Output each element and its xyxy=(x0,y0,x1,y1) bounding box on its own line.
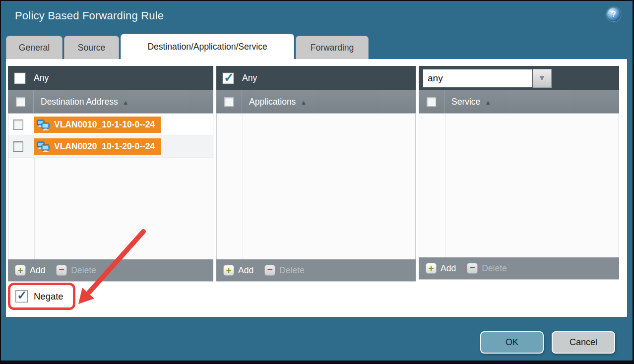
plus-icon: + xyxy=(426,263,437,274)
add-button[interactable]: + Add xyxy=(15,265,45,276)
service-header-label[interactable]: Service xyxy=(451,97,480,107)
applications-any-checkbox[interactable]: ✓ xyxy=(223,73,234,84)
service-list xyxy=(419,114,619,257)
service-panel: any ▼ Service ▲ + Add xyxy=(419,66,619,280)
service-dropdown-value[interactable]: any xyxy=(423,69,533,88)
service-select-all-checkbox[interactable] xyxy=(427,97,436,107)
service-dropdown[interactable]: any ▼ xyxy=(423,69,552,88)
destination-any-label: Any xyxy=(34,73,49,83)
minus-icon: − xyxy=(264,265,275,276)
add-label: Add xyxy=(238,265,254,276)
applications-toolbar: + Add − Delete xyxy=(216,259,416,281)
network-icon xyxy=(37,141,50,153)
destination-address-panel: Any Destination Address ▲ xyxy=(8,66,213,282)
negate-checkbox[interactable]: ✓ xyxy=(16,291,27,302)
applications-panel: ✓ Any Applications ▲ + Add − Delete xyxy=(216,66,416,282)
service-dropdown-row: any ▼ xyxy=(419,66,619,90)
row-checkbox[interactable] xyxy=(13,142,23,151)
destination-list: VLAN0010_10-1-10-0--24 xyxy=(8,114,213,259)
sort-asc-icon[interactable]: ▲ xyxy=(123,98,129,106)
delete-button[interactable]: − Delete xyxy=(467,263,507,274)
plus-icon: + xyxy=(223,265,234,276)
sort-asc-icon[interactable]: ▲ xyxy=(485,98,491,106)
destination-toolbar: + Add − Delete xyxy=(8,259,213,281)
destination-any-checkbox[interactable] xyxy=(14,73,25,84)
add-label: Add xyxy=(30,265,45,276)
applications-any-label: Any xyxy=(242,73,257,83)
minus-icon: − xyxy=(467,263,478,274)
help-icon[interactable]: ? xyxy=(607,7,621,21)
network-icon xyxy=(37,119,50,131)
check-icon: ✓ xyxy=(17,288,27,303)
dropdown-button[interactable]: ▼ xyxy=(533,69,552,88)
check-icon: ✓ xyxy=(224,70,234,85)
applications-any-row: ✓ Any xyxy=(216,66,416,90)
delete-button[interactable]: − Delete xyxy=(56,265,96,276)
table-row: VLAN0010_10-1-10-0--24 xyxy=(8,114,213,136)
negate-label: Negate xyxy=(34,291,63,302)
applications-header-label[interactable]: Applications xyxy=(249,97,296,107)
applications-column-header: Applications ▲ xyxy=(216,90,416,114)
row-checkbox[interactable] xyxy=(13,120,23,129)
tab-content: Any Destination Address ▲ xyxy=(6,59,627,317)
destination-select-all-cell xyxy=(8,90,34,113)
service-toolbar: + Add − Delete xyxy=(419,257,619,279)
add-button[interactable]: + Add xyxy=(426,263,456,274)
tab-destination-application-service[interactable]: Destination/Application/Service xyxy=(121,34,294,59)
address-object-label: VLAN0010_10-1-10-0--24 xyxy=(54,120,155,130)
delete-label: Delete xyxy=(71,265,96,276)
destination-any-row: Any xyxy=(8,66,213,90)
sort-asc-icon[interactable]: ▲ xyxy=(300,98,307,106)
applications-select-all-cell xyxy=(216,90,242,113)
address-object-chip[interactable]: VLAN0020_10-1-20-0--24 xyxy=(34,138,161,155)
service-select-all-cell xyxy=(419,90,444,113)
dialog-titlebar: Policy Based Forwarding Rule ? xyxy=(1,1,633,34)
tab-bar: General Source Destination/Application/S… xyxy=(6,34,369,59)
dialog-title: Policy Based Forwarding Rule xyxy=(15,9,164,22)
delete-label: Delete xyxy=(482,263,507,274)
tab-source[interactable]: Source xyxy=(64,36,119,59)
applications-select-all-checkbox[interactable] xyxy=(224,97,234,107)
add-button[interactable]: + Add xyxy=(223,265,254,276)
tab-general[interactable]: General xyxy=(6,36,63,59)
service-column-header: Service ▲ xyxy=(419,90,619,114)
add-label: Add xyxy=(441,263,456,274)
address-object-label: VLAN0020_10-1-20-0--24 xyxy=(54,141,155,152)
pbf-rule-dialog: Policy Based Forwarding Rule ? General S… xyxy=(0,0,634,364)
destination-select-all-checkbox[interactable] xyxy=(16,97,25,107)
ok-button[interactable]: OK xyxy=(480,331,544,354)
delete-button[interactable]: − Delete xyxy=(264,265,305,276)
chevron-down-icon: ▼ xyxy=(538,73,546,83)
table-row: VLAN0020_10-1-20-0--24 xyxy=(8,136,213,158)
destination-header-label[interactable]: Destination Address xyxy=(41,97,118,107)
cancel-button[interactable]: Cancel xyxy=(552,331,615,354)
plus-icon: + xyxy=(15,265,26,276)
negate-highlight-box: ✓ Negate xyxy=(8,283,75,310)
destination-column-header: Destination Address ▲ xyxy=(8,90,213,114)
applications-list xyxy=(217,114,415,259)
tab-forwarding[interactable]: Forwarding xyxy=(296,36,369,59)
minus-icon: − xyxy=(56,265,67,276)
address-object-chip[interactable]: VLAN0010_10-1-10-0--24 xyxy=(34,117,161,133)
delete-label: Delete xyxy=(279,265,305,276)
